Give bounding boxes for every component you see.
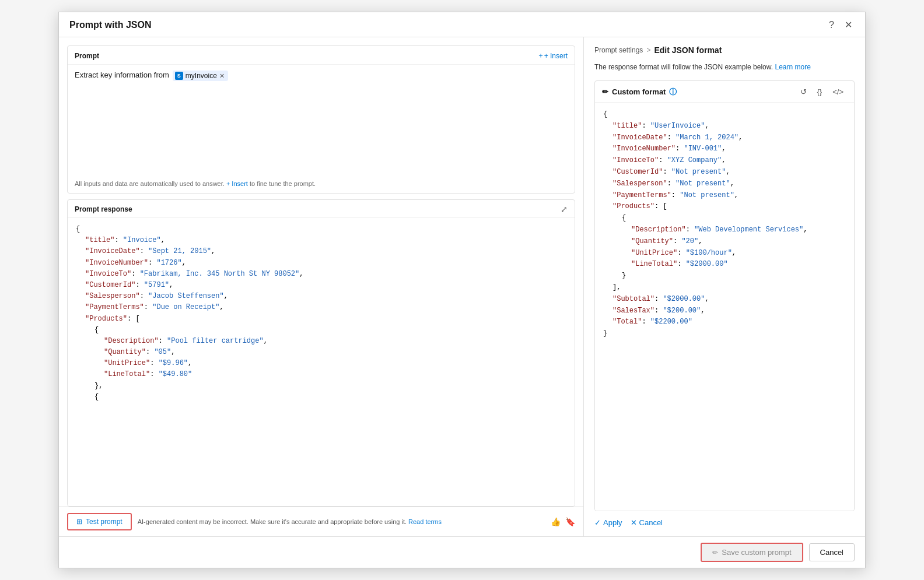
save-custom-prompt-button[interactable]: ✏ Save custom prompt (701, 543, 803, 562)
close-button[interactable]: ✕ (842, 19, 855, 31)
pencil-icon: ✏ (602, 87, 608, 96)
custom-format-header: ✏ Custom format ⓘ ↺ {} </> (595, 81, 854, 103)
prompt-footer-note: All inputs and data are automatically us… (68, 175, 575, 193)
prompt-section-header: Prompt ＋ + Insert (68, 46, 575, 65)
code-button[interactable]: </> (829, 86, 847, 98)
right-cancel-label: Cancel (639, 518, 663, 527)
breadcrumb-current: Edit JSON format (654, 45, 722, 55)
breadcrumb-separator: > (646, 46, 650, 54)
help-icon: ? (829, 20, 834, 30)
header-icons: ? ✕ (827, 19, 855, 31)
response-label: Prompt response (75, 205, 132, 213)
test-prompt-icon: ⊞ (76, 518, 82, 526)
json-editor[interactable]: { "title": "UserInvoice", "InvoiceDate":… (595, 103, 854, 511)
apply-label: Apply (603, 518, 622, 527)
footer-insert-link[interactable]: + Insert (226, 180, 248, 187)
dialog-title: Prompt with JSON (69, 20, 151, 30)
braces-button[interactable]: {} (814, 86, 826, 98)
breadcrumb: Prompt settings > Edit JSON format (594, 45, 855, 55)
prompt-text-before: Extract key information from (75, 71, 169, 79)
footer-cancel-label: Cancel (820, 548, 844, 557)
tag-icon: S (175, 72, 183, 80)
footer-cancel-button[interactable]: Cancel (809, 543, 855, 561)
dialog: Prompt with JSON ? ✕ Prompt ＋ + Insert (58, 12, 866, 568)
left-panel: Prompt ＋ + Insert Extract key informatio… (59, 37, 584, 536)
insert-button[interactable]: ＋ + Insert (537, 51, 568, 61)
custom-format-label: Custom format (612, 87, 666, 96)
bottom-bar: ⊞ Test prompt AI-generated content may b… (59, 507, 583, 536)
feedback-icons: 👍 🔖 (551, 517, 575, 526)
tag-close-icon[interactable]: ✕ (219, 73, 225, 79)
right-cancel-button[interactable]: ✕ Cancel (631, 518, 663, 527)
prompt-section: Prompt ＋ + Insert Extract key informatio… (67, 45, 575, 194)
response-json: { "title": "Invoice", "InvoiceDate": "Se… (76, 224, 566, 403)
test-prompt-button[interactable]: ⊞ Test prompt (67, 513, 132, 530)
apply-button[interactable]: ✓ Apply (594, 518, 622, 527)
tag-label: myInvoice (186, 72, 217, 80)
thumbs-up-button[interactable]: 👍 (551, 517, 561, 526)
save-custom-pencil-icon: ✏ (712, 549, 718, 557)
save-custom-label: Save custom prompt (722, 548, 791, 557)
right-cancel-x-icon: ✕ (631, 518, 637, 527)
right-panel: Prompt settings > Edit JSON format The r… (584, 37, 865, 536)
reset-button[interactable]: ↺ (797, 86, 810, 98)
learn-more-link[interactable]: Learn more (775, 63, 810, 71)
right-footer: ✓ Apply ✕ Cancel (594, 511, 855, 528)
custom-format-box: ✏ Custom format ⓘ ↺ {} </> { "title": "U… (594, 80, 855, 511)
read-terms-link[interactable]: Read terms (408, 518, 442, 525)
response-section: Prompt response ⤢ { "title": "Invoice", … (67, 199, 575, 507)
prompt-content: Extract key information from S myInvoice… (68, 65, 575, 106)
apply-check-icon: ✓ (594, 518, 601, 527)
help-button[interactable]: ? (827, 19, 836, 31)
custom-format-title-group: ✏ Custom format ⓘ (602, 87, 677, 97)
dialog-header: Prompt with JSON ? ✕ (59, 12, 865, 37)
description-text: The response format will follow the JSON… (594, 62, 855, 72)
prompt-label: Prompt (75, 52, 99, 60)
dialog-body: Prompt ＋ + Insert Extract key informatio… (59, 37, 865, 536)
dialog-footer: ✏ Save custom prompt Cancel (59, 536, 865, 568)
insert-label: + Insert (544, 52, 568, 60)
insert-plus-icon: ＋ (537, 51, 544, 61)
expand-button[interactable]: ⤢ (561, 205, 568, 214)
response-content: { "title": "Invoice", "InvoiceDate": "Se… (68, 218, 575, 506)
prompt-tag: S myInvoice ✕ (173, 71, 228, 81)
info-icon[interactable]: ⓘ (669, 87, 677, 97)
disclaimer-text: AI-generated content may be incorrect. M… (138, 518, 545, 525)
response-section-header: Prompt response ⤢ (68, 200, 575, 218)
breadcrumb-parent: Prompt settings (594, 46, 643, 54)
bookmark-button[interactable]: 🔖 (565, 517, 575, 526)
format-toolbar: ↺ {} </> (797, 86, 847, 98)
test-prompt-label: Test prompt (86, 518, 123, 526)
close-icon: ✕ (845, 20, 852, 30)
